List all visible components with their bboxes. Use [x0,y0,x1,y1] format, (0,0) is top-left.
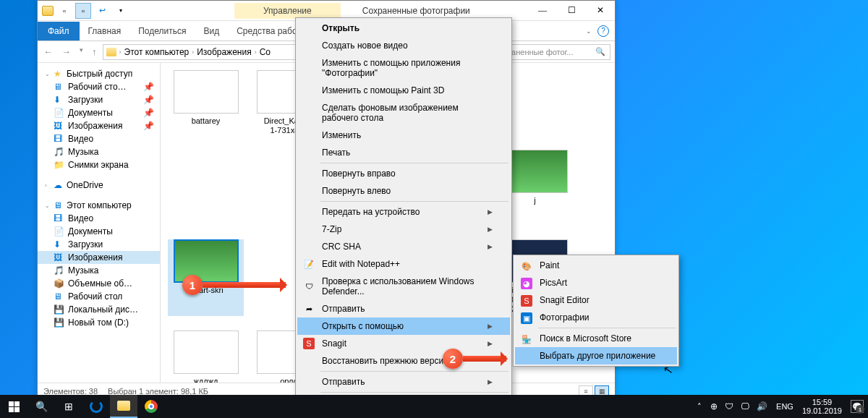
context-menu-item[interactable]: Открыть с помощью▶ [297,317,510,335]
start-button[interactable] [0,395,27,418]
menu-icon: 🎨 [521,260,532,272]
sidebar-item[interactable]: 🎵Музыка [38,264,160,277]
recent-dropdown[interactable]: ▾ [78,45,85,59]
sidebar-item[interactable]: ⬇Загрузки [38,238,160,251]
ribbon-tab[interactable]: Поделиться [129,22,195,40]
taskview-button[interactable]: ⊞ [55,395,82,418]
sidebar-item[interactable]: 💾Локальный дис… [38,303,160,316]
sidebar-onedrive[interactable]: ›☁OneDrive [38,179,160,192]
submenu-item[interactable]: Выбрать другое приложение [515,347,677,364]
search-placeholder: раненные фотог... [507,48,573,56]
menu-label: Snagit [322,338,346,349]
context-menu-item[interactable]: 📝Edit with Notepad++ [297,255,510,273]
volume-icon[interactable]: 🔊 [757,401,767,411]
file-item[interactable]: ждлжд [168,330,244,384]
sidebar-item[interactable]: ⬇Загрузки📌 [38,93,160,106]
submenu-arrow-icon: ▶ [488,243,493,250]
context-menu-item[interactable]: Печать [297,144,510,161]
chrome-button[interactable] [137,395,165,418]
sidebar-item[interactable]: 💾Новый том (D:) [38,316,160,329]
file-label: battarey [192,116,221,126]
context-menu-item[interactable]: Открыть [297,20,510,37]
sidebar-item[interactable]: 🎞Видео [38,132,160,145]
menu-icon: 📝 [303,258,315,270]
arrow-icon [203,282,286,288]
context-menu-item[interactable]: Повернуть вправо [297,165,510,182]
sidebar-item[interactable]: 📁Снимки экрана [38,158,160,171]
search-button[interactable]: 🔍 [27,395,55,418]
menu-label: Создать новое видео [322,40,408,51]
search-input[interactable]: раненные фотог... 🔍 [502,44,610,60]
qat-dropdown[interactable]: ▾ [113,3,129,19]
sidebar-item[interactable]: 🖥Рабочий стол [38,290,160,303]
qat-undo[interactable]: ↩ [94,3,110,19]
sidebar-quick-access[interactable]: ⌄★Быстрый доступ [38,67,160,80]
sidebar-item[interactable]: 🖥Рабочий сто…📌 [38,80,160,93]
menu-label: Передать на устройство [322,207,420,217]
sidebar-item[interactable]: 🎵Музыка [38,145,160,158]
window-title: Сохраненные фотографии [341,6,470,16]
context-menu-item[interactable]: 🛡Проверка с использованием Windows Defen… [297,273,510,300]
sidebar-item-selected[interactable]: 🖼Изображения [38,251,160,264]
context-tab[interactable]: Управление [234,3,341,19]
sidebar-thispc[interactable]: ⌄🖥Этот компьютер [38,199,160,212]
submenu-item[interactable]: 🎨Paint [515,257,677,274]
context-menu-item[interactable]: Передать на устройство▶ [297,203,510,221]
context-menu-item[interactable]: CRC SHA▶ [297,238,510,255]
language-indicator[interactable]: ENG [776,402,793,411]
context-menu-item[interactable]: Отправить▶ [297,373,510,391]
qat-props[interactable]: ▫ [56,3,72,19]
context-menu-item[interactable]: 7-Zip▶ [297,221,510,238]
status-count: Элементов: 38 [43,387,98,396]
context-menu-item[interactable]: Изменить с помощью приложения "Фотографи… [297,54,510,82]
ribbon-tab[interactable]: Главная [80,22,130,40]
menu-label: Paint [540,260,559,270]
ribbon-collapse-icon[interactable]: ⌄ [586,27,592,35]
submenu-item[interactable]: ▣Фотографии [515,309,677,326]
ribbon-tab[interactable]: Вид [195,22,228,40]
submenu-item[interactable]: 🏪Поиск в Microsoft Store [515,330,677,347]
sidebar-item[interactable]: 📄Документы📌 [38,106,160,119]
thumbnail [174,70,239,114]
breadcrumb-part[interactable]: Со [260,47,271,57]
context-menu-item[interactable]: Создать новое видео [297,37,510,54]
qat-new[interactable]: ▫ [75,3,91,19]
menu-label: Открыть [322,23,359,33]
forward-button[interactable]: → [60,45,72,59]
tray-icon[interactable]: 🛡 [725,401,733,411]
submenu-item[interactable]: ◕PicsArt [515,274,677,291]
breadcrumb-part[interactable]: Изображения [197,47,251,57]
quick-access-toolbar: ▫ ▫ ↩ ▾ [38,3,133,19]
menu-label: CRC SHA [322,242,361,252]
menu-label: Повернуть влево [322,186,391,196]
breadcrumb-part[interactable]: Этот компьютер [124,47,190,57]
close-button[interactable]: ✕ [586,1,615,21]
edge-button[interactable] [82,395,110,418]
maximize-button[interactable]: ☐ [557,1,586,21]
context-menu-item[interactable]: ➦Отправить [297,300,510,317]
back-button[interactable]: ← [42,45,54,59]
minimize-button[interactable]: — [528,1,557,21]
tray-icon[interactable]: ⊕ [710,401,718,411]
help-icon[interactable]: ? [597,25,609,37]
context-menu-item[interactable]: Сделать фоновым изображением рабочего ст… [297,99,510,127]
submenu-item[interactable]: SSnagit Editor [515,291,677,309]
file-tab[interactable]: Файл [38,22,80,40]
explorer-button[interactable] [110,395,137,418]
menu-label: Открыть с помощью [322,321,404,331]
up-button[interactable]: ↑ [90,45,98,59]
menu-label: PicsArt [540,278,567,288]
tray-icon[interactable]: 🖵 [741,401,749,411]
sidebar-item[interactable]: 📄Документы [38,225,160,238]
tray-chevron-icon[interactable]: ˄ [697,402,702,411]
sidebar-item[interactable]: 📦Объемные об… [38,277,160,290]
clock[interactable]: 15:59 19.01.2019 [802,398,842,415]
sidebar-item[interactable]: 🎞Видео [38,212,160,225]
context-menu-item[interactable]: Повернуть влево [297,182,510,200]
file-item[interactable]: battarey [168,70,244,135]
menu-icon: S [303,338,315,349]
sidebar-item[interactable]: 🖼Изображения📌 [38,119,160,132]
context-menu-item[interactable]: Изменить [297,127,510,144]
context-menu-item[interactable]: Изменить с помощью Paint 3D [297,82,510,99]
notification-button[interactable]: 💬1 [851,400,864,413]
